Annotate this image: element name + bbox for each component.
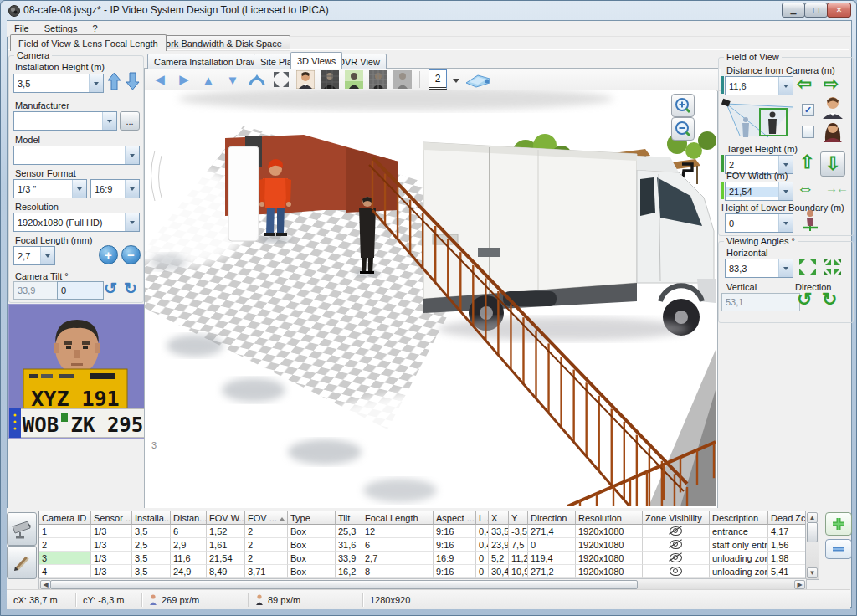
- rotate-left-icon[interactable]: ◀: [150, 70, 170, 89]
- camera-number-spinner[interactable]: 2: [427, 70, 449, 89]
- table-row[interactable]: 41/33,524,98,493,71Box16,289:16030,410,9…: [39, 565, 806, 578]
- person-portrait-icon[interactable]: [295, 70, 316, 89]
- lower-boundary-icon[interactable]: [802, 209, 819, 231]
- manufacturer-more-button[interactable]: ...: [120, 111, 140, 131]
- focal-length-select[interactable]: 2,7: [13, 246, 55, 265]
- installation-height-select[interactable]: 3,5: [13, 74, 104, 93]
- zoom-out-button[interactable]: [671, 117, 695, 141]
- horizontal-angle-select[interactable]: 83,3: [725, 259, 793, 278]
- column-header[interactable]: Camera ID: [39, 511, 91, 525]
- column-header[interactable]: FOV W...: [207, 511, 245, 525]
- angle-expand-icon[interactable]: [798, 258, 817, 276]
- column-header[interactable]: Installa...: [132, 511, 171, 525]
- dropdown-arrow-icon[interactable]: [778, 214, 793, 232]
- column-header[interactable]: Type: [288, 511, 336, 525]
- maximize-button[interactable]: ▢: [804, 3, 828, 18]
- column-header[interactable]: FOV ...: [245, 511, 288, 525]
- dropdown-arrow-icon[interactable]: [125, 146, 139, 164]
- manufacturer-select[interactable]: [13, 111, 117, 131]
- angle-collapse-icon[interactable]: [824, 258, 842, 276]
- column-header[interactable]: L...: [476, 511, 489, 525]
- rotate-right-icon[interactable]: ▶: [174, 70, 194, 89]
- menu-settings[interactable]: Settings: [37, 22, 85, 35]
- column-header[interactable]: X: [489, 511, 509, 525]
- column-header[interactable]: Y: [509, 511, 528, 525]
- dropdown-arrow-icon[interactable]: [778, 259, 793, 277]
- person-pixelated-grid-icon[interactable]: [368, 70, 388, 89]
- sensor-format-select[interactable]: 1/3 ": [13, 179, 87, 198]
- person-green-scene-icon[interactable]: [344, 70, 364, 89]
- height-up-icon[interactable]: [107, 71, 121, 91]
- camera-3d-view-icon[interactable]: [464, 70, 492, 89]
- titlebar[interactable]: 08-cafe-08.jvsgz* - IP Video System Desi…: [0, 0, 857, 20]
- distance-select[interactable]: 11,6: [725, 76, 793, 95]
- target-height-up-icon[interactable]: [799, 151, 814, 173]
- dropdown-arrow-icon[interactable]: [778, 182, 793, 200]
- zone-visible-icon[interactable]: [670, 567, 682, 576]
- tab-3d-views[interactable]: 3D Views: [290, 52, 342, 69]
- column-header[interactable]: Resolution: [576, 511, 643, 525]
- add-camera-button[interactable]: [825, 512, 852, 536]
- aspect-ratio-select[interactable]: 16:9: [90, 179, 140, 198]
- zone-hidden-icon[interactable]: [670, 553, 682, 562]
- vscroll-thumb[interactable]: [807, 522, 818, 542]
- person-grey-blur-icon[interactable]: [393, 70, 413, 89]
- dropdown-arrow-icon[interactable]: [102, 112, 116, 130]
- table-row[interactable]: 21/32,52,91,612Box31,669:160,423,97,5019…: [39, 538, 806, 552]
- dropdown-arrow-icon[interactable]: [89, 74, 103, 92]
- column-header[interactable]: Aspect ...: [434, 511, 476, 525]
- menu-file[interactable]: File: [7, 22, 37, 35]
- hscroll-thumb[interactable]: [50, 580, 638, 589]
- dropdown-arrow-icon[interactable]: [778, 77, 793, 95]
- person-pixelated-dark-icon[interactable]: [320, 70, 340, 89]
- edit-zones-button[interactable]: [7, 546, 37, 579]
- column-header[interactable]: Dead Zc: [768, 511, 806, 525]
- table-row[interactable]: 11/33,561,522Box25,3129:160,433,5-3,5271…: [39, 525, 806, 538]
- direction-ccw-icon[interactable]: [797, 289, 812, 311]
- fov-widen-icon[interactable]: [797, 178, 814, 198]
- distance-decrease-icon[interactable]: [797, 74, 812, 94]
- direction-cw-icon[interactable]: [822, 289, 837, 311]
- remove-camera-button[interactable]: [825, 539, 852, 559]
- menu-help[interactable]: ?: [85, 22, 105, 35]
- column-header[interactable]: Focal Length: [362, 511, 434, 525]
- cameras-list-button[interactable]: [7, 512, 37, 546]
- column-header[interactable]: Distan...: [171, 511, 207, 525]
- column-header[interactable]: Sensor ...: [91, 511, 132, 525]
- target-height-down-button[interactable]: [820, 151, 845, 177]
- tab-field-of-view[interactable]: Field of View & Lens Focal Length: [10, 34, 167, 51]
- tilt-input-field[interactable]: 0: [57, 281, 104, 300]
- column-header[interactable]: Description: [710, 511, 768, 525]
- model-select[interactable]: [13, 146, 140, 165]
- 3d-viewport[interactable]: 3: [145, 90, 716, 506]
- zoom-in-button[interactable]: [671, 94, 695, 117]
- dropdown-arrow-icon[interactable]: [40, 247, 54, 264]
- fov-narrow-icon[interactable]: [825, 181, 847, 195]
- lower-boundary-select[interactable]: 0: [725, 213, 793, 233]
- tilt-down-icon[interactable]: ▼: [223, 70, 243, 89]
- close-button[interactable]: ✕: [827, 3, 851, 18]
- reset-view-icon[interactable]: [247, 70, 267, 89]
- tilt-rotate-cw-icon[interactable]: [124, 279, 137, 298]
- column-header[interactable]: Direction: [528, 511, 576, 525]
- man-target-checkbox[interactable]: ✓: [802, 104, 814, 116]
- camera-number-dropdown-icon[interactable]: [453, 79, 459, 86]
- column-header[interactable]: Zone Visibility: [643, 511, 710, 525]
- tilt-up-icon[interactable]: ▲: [198, 70, 218, 89]
- focal-plus-button[interactable]: +: [99, 245, 118, 264]
- zone-hidden-icon[interactable]: [670, 540, 682, 549]
- dropdown-arrow-icon[interactable]: [72, 180, 86, 198]
- scroll-right-icon[interactable]: ▶: [794, 580, 805, 589]
- minimize-button[interactable]: ▁: [782, 3, 805, 18]
- focal-minus-button[interactable]: −: [121, 245, 141, 264]
- dropdown-arrow-icon[interactable]: [125, 213, 139, 231]
- zone-hidden-icon[interactable]: [670, 526, 682, 536]
- tilt-rotate-ccw-icon[interactable]: [104, 279, 117, 298]
- table-row[interactable]: 31/33,511,621,542Box33,92,716:905,211,21…: [39, 552, 806, 565]
- height-down-icon[interactable]: [126, 71, 140, 91]
- column-header[interactable]: Tilt: [336, 511, 362, 525]
- distance-increase-icon[interactable]: [824, 74, 839, 94]
- resolution-select[interactable]: 1920x1080 (Full HD): [13, 213, 140, 232]
- scroll-down-icon[interactable]: ▼: [807, 567, 818, 578]
- woman-target-checkbox[interactable]: [802, 126, 814, 138]
